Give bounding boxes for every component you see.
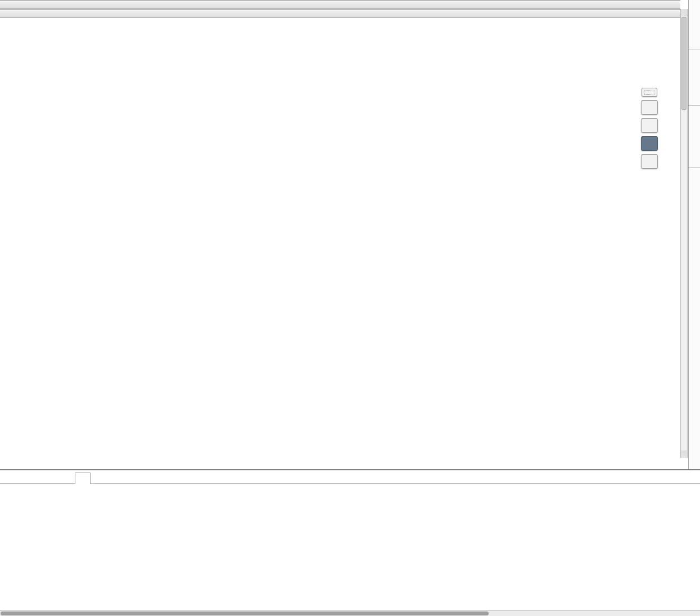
trace-area xyxy=(0,0,680,18)
vertical-scrollbar[interactable] xyxy=(680,9,688,458)
tab-input-latency[interactable] xyxy=(689,106,700,168)
side-tab-strip xyxy=(688,0,700,469)
horizontal-scrollbar-thumb[interactable] xyxy=(1,611,489,615)
tab-metrics[interactable] xyxy=(689,0,700,50)
zoom-tool-button[interactable] xyxy=(641,136,658,151)
horizontal-scrollbar[interactable] xyxy=(0,610,700,616)
ruler-icon xyxy=(644,91,654,95)
details-panel xyxy=(0,469,700,611)
args-section-header[interactable] xyxy=(0,485,700,496)
details-tab-bar xyxy=(0,470,700,484)
scroll-up-icon[interactable] xyxy=(681,9,687,16)
tab-alerts[interactable] xyxy=(689,168,700,214)
scroll-down-icon[interactable] xyxy=(681,451,687,458)
ruler-tool-button[interactable] xyxy=(642,88,657,97)
pan-tool-button[interactable] xyxy=(641,118,658,133)
trace-toolbar xyxy=(640,88,659,169)
selection-tool-button[interactable] xyxy=(641,100,658,115)
tensorflow-profiler-trace-viewer xyxy=(0,0,700,616)
gpu-panel-header[interactable] xyxy=(0,0,680,9)
tab-slice[interactable] xyxy=(75,473,91,484)
tab-frame-data[interactable] xyxy=(689,50,700,106)
vertical-scrollbar-thumb[interactable] xyxy=(681,17,687,110)
timing-tool-button[interactable] xyxy=(641,154,658,169)
cpu-panel-header[interactable] xyxy=(0,9,680,18)
